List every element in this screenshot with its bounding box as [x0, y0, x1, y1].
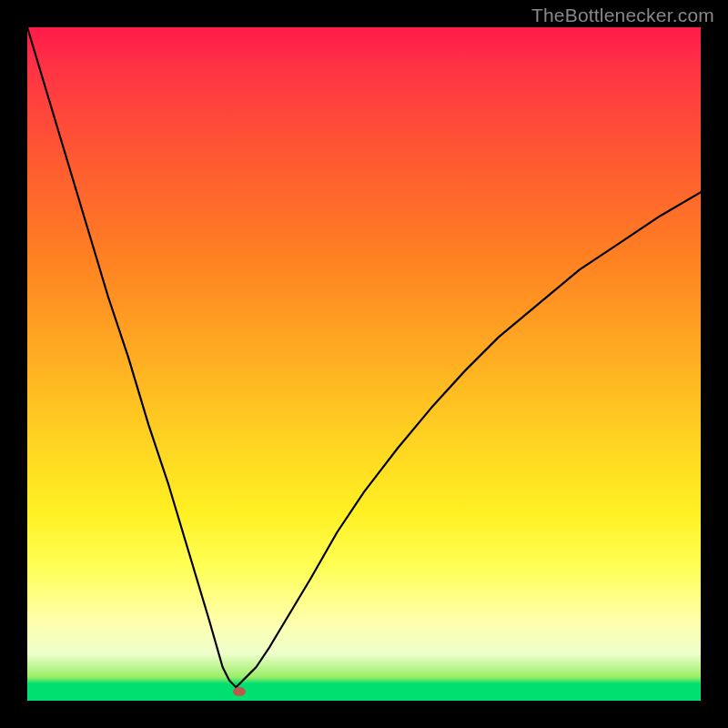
- plot-area: [27, 27, 701, 701]
- watermark: TheBottlenecker.com: [531, 5, 714, 26]
- bottleneck-curve: [27, 27, 701, 701]
- curve-path: [27, 27, 701, 687]
- optimal-point-marker: [233, 687, 246, 696]
- chart-frame: TheBottlenecker.com: [0, 0, 728, 728]
